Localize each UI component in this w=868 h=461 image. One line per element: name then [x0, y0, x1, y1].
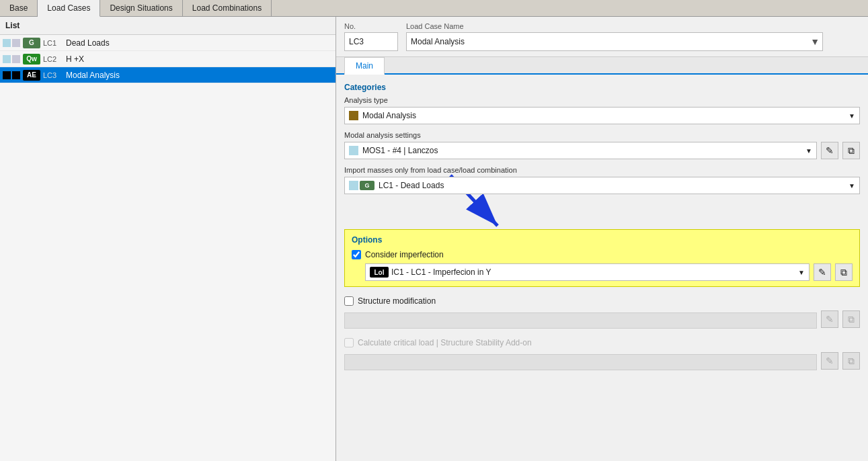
name-field: Load Case Name Modal Analysis ▼ — [406, 22, 860, 51]
color-swatch-3 — [3, 55, 11, 63]
categories-label: Categories — [344, 83, 860, 92]
import-masses-dropdown[interactable]: G LC1 - Dead Loads ▼ — [344, 177, 860, 194]
critical-load-checkbox[interactable] — [344, 338, 354, 347]
structure-modification-row: Structure modification — [344, 296, 860, 306]
imperfection-copy-btn[interactable]: ⧉ — [835, 263, 853, 281]
copy-icon: ⧉ — [848, 145, 855, 157]
sub-tab-main[interactable]: Main — [344, 57, 385, 75]
name-label: Load Case Name — [406, 22, 860, 30]
copy-icon-3: ⧉ — [848, 314, 855, 325]
critical-load-bar — [344, 354, 817, 370]
edit-icon-2: ✎ — [818, 267, 826, 278]
imperfection-edit-btn[interactable]: ✎ — [814, 263, 831, 281]
struct-mod-copy-btn[interactable]: ⧉ — [842, 310, 860, 328]
item-text: Modal Analysis — [66, 71, 120, 80]
list-item[interactable]: Qw LC2 H +X — [0, 51, 336, 67]
color-swatch-1 — [3, 39, 11, 47]
imperfection-dropdown-row: Lol IC1 - LC1 - Imperfecion in Y ▼ ✎ ⧉ — [365, 263, 853, 281]
critical-load-edit-btn[interactable]: ✎ — [821, 352, 838, 370]
no-field: No. LC3 — [344, 22, 398, 51]
tab-bar: Base Load Cases Design Situations Load C… — [0, 0, 868, 17]
structure-modification-bar — [344, 312, 817, 329]
critical-load-section: Calculate critical load | Structure Stab… — [344, 338, 860, 370]
tab-base[interactable]: Base — [0, 0, 38, 16]
consider-imperfection-label: Consider imperfection — [365, 250, 444, 259]
critical-load-label: Calculate critical load | Structure Stab… — [358, 338, 532, 347]
modal-settings-edit-btn[interactable]: ✎ — [821, 142, 838, 159]
item-text: Dead Loads — [66, 38, 110, 48]
item-text: H +X — [66, 54, 84, 64]
critical-load-copy-btn[interactable]: ⧉ — [842, 352, 860, 370]
no-box: LC3 — [344, 32, 398, 51]
right-panel: No. LC3 Load Case Name Modal Analysis ▼ … — [336, 17, 868, 461]
analysis-type-arrow: ▼ — [849, 112, 855, 120]
tab-load-combinations[interactable]: Load Combinations — [183, 0, 272, 16]
lc-num: LC1 — [43, 39, 62, 47]
consider-imperfection-checkbox[interactable] — [352, 250, 361, 259]
modal-settings-copy-btn[interactable]: ⧉ — [842, 142, 860, 159]
name-dropdown-arrow[interactable]: ▼ — [810, 36, 820, 47]
copy-icon-2: ⧉ — [840, 267, 847, 278]
list-items: G LC1 Dead Loads Qw LC2 H +X AE LC3 Moda… — [0, 35, 336, 461]
name-box[interactable]: Modal Analysis ▼ — [406, 32, 823, 51]
lol-badge: Lol — [370, 267, 389, 278]
edit-icon-3: ✎ — [826, 314, 834, 325]
sub-tab-bar: Main — [336, 57, 868, 75]
arrow-spacer — [344, 206, 860, 220]
consider-imperfection-row: Consider imperfection — [352, 250, 853, 259]
tab-load-cases[interactable]: Load Cases — [38, 0, 100, 17]
options-label: Options — [352, 235, 853, 245]
structure-modification-label: Structure modification — [358, 296, 436, 306]
options-section: Options Consider imperfection Lol IC1 - … — [344, 229, 860, 287]
color-swatch-2 — [12, 39, 20, 47]
struct-mod-edit-btn[interactable]: ✎ — [821, 310, 838, 328]
list-item[interactable]: G LC1 Dead Loads — [0, 35, 336, 51]
edit-icon: ✎ — [826, 145, 834, 156]
analysis-type-label: Analysis type — [344, 96, 860, 104]
no-label: No. — [344, 22, 398, 30]
modal-settings-label: Modal analysis settings — [344, 131, 860, 139]
import-badge: G — [360, 181, 374, 190]
tab-design-situations[interactable]: Design Situations — [100, 0, 182, 16]
import-masses-label: Import masses only from load case/load c… — [344, 166, 860, 174]
imperfection-select[interactable]: Lol IC1 - LC1 - Imperfecion in Y ▼ — [365, 263, 810, 281]
header-row: No. LC3 Load Case Name Modal Analysis ▼ — [336, 17, 868, 57]
main-layout: List G LC1 Dead Loads Qw LC2 H +X — [0, 17, 868, 461]
lc-num: LC2 — [43, 55, 62, 63]
lc-num: LC3 — [43, 71, 62, 79]
list-header: List — [0, 17, 336, 35]
imperfection-arrow: ▼ — [798, 269, 805, 276]
list-item-selected[interactable]: AE LC3 Modal Analysis — [0, 67, 336, 83]
left-panel: List G LC1 Dead Loads Qw LC2 H +X — [0, 17, 336, 461]
badge-g: G — [23, 38, 40, 48]
modal-settings-dropdown[interactable]: MOS1 - #4 | Lanczos ▼ — [344, 142, 817, 159]
modal-settings-arrow: ▼ — [805, 147, 812, 155]
badge-ae: AE — [23, 70, 40, 81]
edit-icon-4: ✎ — [826, 355, 834, 366]
color-swatch-5 — [3, 71, 11, 79]
structure-modification-section: Structure modification ✎ ⧉ — [344, 296, 860, 329]
structure-modification-checkbox[interactable] — [344, 296, 354, 306]
color-swatch-6 — [12, 71, 20, 79]
copy-icon-4: ⧉ — [848, 355, 855, 367]
color-swatch-4 — [12, 55, 20, 63]
categories-section: Categories Analysis type Modal Analysis … — [344, 83, 860, 197]
critical-load-row: Calculate critical load | Structure Stab… — [344, 338, 860, 347]
content-area: Categories Analysis type Modal Analysis … — [336, 75, 868, 378]
content-wrapper: Categories Analysis type Modal Analysis … — [336, 75, 868, 461]
analysis-type-dropdown[interactable]: Modal Analysis ▼ — [344, 107, 860, 124]
badge-qw: Qw — [23, 54, 40, 65]
import-masses-arrow: ▼ — [849, 182, 855, 190]
